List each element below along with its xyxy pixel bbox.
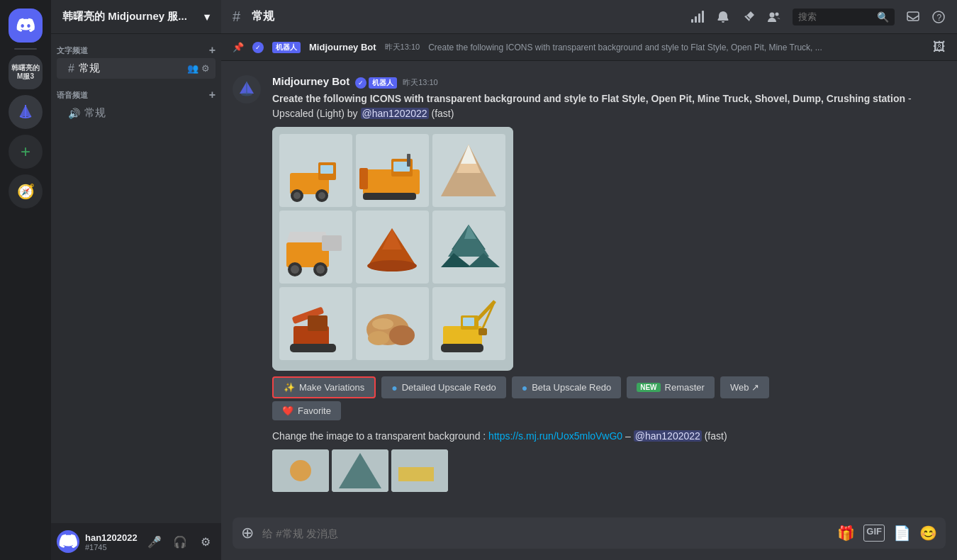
search-icon: 🔍	[877, 11, 889, 23]
message-suffix: (fast)	[431, 108, 454, 119]
bottom-mention[interactable]: @han1202022	[634, 430, 702, 442]
members-icon-small[interactable]: 👥	[187, 63, 198, 74]
server-icon-mj[interactable]: 韩曙亮的M服3	[9, 55, 43, 89]
image-preview-icon: 🖼	[933, 40, 946, 55]
search-input[interactable]	[798, 11, 877, 22]
svg-point-6	[770, 12, 775, 17]
make-variations-button[interactable]: ✨ Make Variations	[272, 376, 376, 398]
beta-upscale-label: Beta Upscale Redo	[532, 382, 611, 393]
bot-avatar	[233, 75, 261, 103]
discord-home-icon[interactable]	[9, 9, 43, 43]
server-sidebar: 韩曙亮的M服3 + 🧭	[0, 0, 51, 560]
pinned-time: 昨天13:10	[385, 42, 420, 52]
svg-rect-69	[463, 318, 474, 326]
action-buttons-row: ✨ Make Variations ● Detailed Upscale Red…	[272, 376, 946, 398]
svg-point-44	[367, 260, 417, 271]
message-header: Midjourney Bot ✓ 机器人 昨天13:10	[272, 75, 946, 89]
voice-channel-name: 常规	[84, 106, 106, 120]
bell-icon[interactable]	[716, 10, 730, 24]
bottom-text-prefix: Change the image to a transparent backgr…	[272, 430, 488, 442]
mention-user[interactable]: @han1202022	[361, 108, 429, 119]
channel-list: 文字频道 + # 常规 👥 ⚙ 语音频道 + 🔊	[51, 34, 221, 523]
web-label: Web ↗	[730, 382, 759, 393]
add-channel-icon[interactable]: +	[209, 44, 216, 57]
voice-channel-item-常规[interactable]: 🔊 常规	[57, 103, 216, 123]
server-divider	[14, 48, 37, 50]
header-actions: 🔍 ?	[690, 9, 946, 26]
user-avatar	[57, 530, 79, 553]
add-server-button[interactable]: +	[9, 135, 43, 169]
remaster-button[interactable]: NEW Remaster	[627, 376, 715, 398]
gif-icon[interactable]: GIF	[863, 525, 885, 542]
channel-hash-icon: #	[233, 9, 240, 25]
svg-rect-12	[246, 82, 247, 94]
emoji-icon[interactable]: 😊	[919, 525, 937, 542]
svg-rect-5	[702, 11, 704, 23]
message-bold-text: Create the following ICONS with transpar…	[272, 93, 905, 104]
pinned-message-banner[interactable]: 📌 ✓ 机器人 Midjourney Bot 昨天13:10 Create th…	[221, 34, 957, 61]
svg-point-71	[290, 460, 311, 481]
user-controls: 🎤 🎧 ⚙	[143, 530, 217, 553]
add-voice-channel-icon[interactable]: +	[209, 89, 216, 101]
message-input-inner: ⊕ 🎁 GIF 📄 😊	[233, 517, 946, 549]
svg-point-60	[368, 331, 389, 345]
message-author: Midjourney Bot	[272, 75, 349, 87]
gift-icon[interactable]: 🎁	[837, 525, 855, 542]
headphones-button[interactable]: 🎧	[169, 530, 191, 553]
add-attachment-button[interactable]: ⊕	[241, 524, 254, 542]
detailed-upscale-redo-button[interactable]: ● Detailed Upscale Redo	[381, 376, 505, 398]
message-input[interactable]	[262, 527, 829, 539]
svg-rect-67	[441, 344, 483, 352]
detailed-upscale-label: Detailed Upscale Redo	[402, 382, 496, 393]
pin-banner-icon: 📌	[233, 42, 244, 52]
bot-tag-pinned: 机器人	[272, 42, 301, 53]
bottom-message: Change the image to a transparent backgr…	[272, 429, 946, 444]
svg-rect-29	[407, 154, 410, 167]
thumbnail-2[interactable]	[332, 449, 388, 492]
web-button[interactable]: Web ↗	[720, 376, 769, 398]
svg-rect-26	[359, 168, 368, 189]
voice-category-header[interactable]: 语音频道 +	[51, 84, 221, 103]
sparkle-icon: ✨	[284, 382, 295, 393]
svg-rect-1	[25, 105, 26, 118]
svg-point-7	[776, 12, 779, 16]
server-name-label: 韩曙亮的 Midjourney 服...	[62, 10, 187, 23]
signal-icon[interactable]	[690, 10, 705, 24]
thumbnail-1[interactable]	[272, 449, 329, 492]
messages-area: Midjourney Bot ✓ 机器人 昨天13:10 Create the …	[221, 61, 957, 517]
pinned-author: Midjourney Bot	[309, 42, 376, 52]
remaster-label: Remaster	[665, 382, 705, 393]
members-icon[interactable]	[767, 10, 781, 24]
svg-point-41	[316, 265, 325, 274]
bot-verified-icon: ✓	[252, 42, 264, 53]
favorite-label: Favorite	[298, 405, 331, 416]
channel-item-常规[interactable]: # 常规 👥 ⚙	[57, 58, 216, 79]
favorite-button[interactable]: ❤️ Favorite	[272, 401, 341, 420]
blue-circle-icon-1: ●	[391, 382, 397, 393]
inbox-icon[interactable]	[906, 10, 920, 24]
sticker-icon[interactable]: 📄	[893, 525, 911, 542]
user-tag: #1745	[85, 543, 138, 551]
user-info: han1202022 #1745	[85, 532, 138, 551]
channel-sidebar: 韩曙亮的 Midjourney 服... ▾ 文字频道 + # 常规 👥 ⚙	[51, 0, 221, 560]
search-bar[interactable]: 🔍	[793, 9, 895, 26]
settings-icon-small[interactable]: ⚙	[201, 63, 210, 74]
explore-servers-button[interactable]: 🧭	[9, 174, 43, 208]
server-name-bar[interactable]: 韩曙亮的 Midjourney 服... ▾	[51, 0, 221, 34]
server-icon-2[interactable]	[9, 95, 43, 129]
bottom-link[interactable]: https://s.mj.run/Uox5mloVwG0	[488, 430, 622, 442]
image-grid-container[interactable]	[272, 127, 513, 371]
text-category-header[interactable]: 文字频道 +	[51, 40, 221, 58]
svg-point-59	[389, 325, 415, 345]
input-actions: 🎁 GIF 📄 😊	[837, 525, 937, 542]
pin-icon[interactable]	[741, 10, 756, 24]
svg-point-19	[293, 192, 301, 199]
beta-upscale-redo-button[interactable]: ● Beta Upscale Redo	[512, 376, 621, 398]
main-content: # 常规 🔍	[221, 0, 957, 560]
settings-button[interactable]: ⚙	[194, 530, 217, 553]
svg-rect-75	[398, 467, 434, 481]
thumbnail-3[interactable]	[391, 449, 448, 492]
microphone-button[interactable]: 🎤	[143, 530, 166, 553]
plus-icon: +	[21, 142, 30, 162]
help-icon[interactable]: ?	[931, 10, 946, 24]
